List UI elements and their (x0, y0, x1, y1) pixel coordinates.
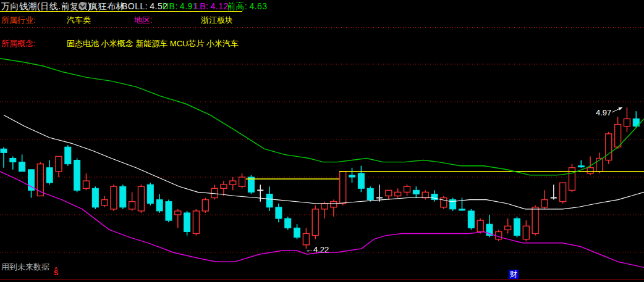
candle (321, 202, 328, 218)
candle-body (120, 186, 126, 207)
title-underline (0, 11, 242, 12)
candle-body (156, 200, 163, 211)
candle (129, 192, 135, 211)
candle (221, 181, 227, 196)
candle (156, 194, 163, 213)
candle-body (202, 200, 208, 211)
candle (312, 205, 318, 239)
candle (450, 198, 456, 211)
candle-body (276, 207, 282, 218)
candle (340, 172, 346, 205)
candle (166, 200, 172, 223)
candle (441, 196, 447, 209)
candle (56, 156, 62, 177)
industry-value[interactable]: 汽车类 (67, 15, 91, 26)
region-value[interactable]: 浙江板块 (201, 15, 233, 26)
candle-body (175, 211, 181, 215)
candle-body (65, 147, 71, 164)
finance-tab-badge[interactable]: 财 (509, 270, 519, 279)
candle (28, 170, 34, 198)
candle (358, 166, 364, 193)
candle-body (239, 177, 245, 186)
candle (395, 188, 401, 197)
candle-body (413, 190, 419, 194)
candle (1, 147, 7, 168)
candle (532, 205, 538, 236)
price-annotation: 4.97 (596, 108, 611, 117)
candle (578, 160, 584, 168)
candle (276, 204, 282, 223)
candle (615, 117, 621, 149)
candle-body (138, 186, 144, 211)
candle (46, 160, 53, 185)
candle (294, 224, 300, 239)
sell-signal-marker: ^S (54, 267, 58, 275)
candle-body (358, 173, 364, 188)
dotted-separator (0, 27, 644, 28)
candle-body (147, 185, 153, 204)
candle-body (395, 192, 401, 196)
candle-body (532, 207, 538, 234)
candle (111, 185, 117, 211)
candle (230, 177, 236, 190)
candle (202, 198, 208, 213)
candle-body (523, 226, 529, 239)
candle (505, 218, 511, 233)
candle-body (514, 218, 520, 235)
candle-body (541, 200, 548, 207)
candle-body (28, 170, 34, 191)
candle (65, 145, 71, 166)
candle (184, 211, 190, 236)
candle-body (615, 125, 621, 147)
candle-body (340, 172, 346, 204)
candle-body (367, 188, 373, 199)
candle-body (184, 213, 190, 232)
candle (523, 220, 529, 241)
candle-body (303, 234, 309, 245)
lb-value: LB:4.12 (195, 1, 229, 11)
candle (496, 230, 502, 241)
candle (376, 185, 383, 201)
candle (92, 186, 98, 209)
candle (477, 218, 483, 233)
candle-body (193, 211, 199, 234)
candle-body (101, 200, 108, 205)
candle-body (211, 188, 218, 197)
candle (74, 159, 80, 193)
candle (331, 200, 337, 217)
candle-body (19, 162, 25, 172)
candle (248, 175, 254, 194)
candle-body (10, 159, 16, 162)
candle-body (111, 186, 117, 209)
candle-body (294, 228, 300, 237)
candle-body (624, 118, 630, 126)
chevron-down-circle-icon[interactable] (78, 2, 87, 10)
candle-body (230, 181, 236, 185)
candle-body (560, 183, 566, 202)
candle (19, 154, 25, 171)
candle (349, 168, 355, 183)
candle-body (83, 181, 89, 188)
candle (422, 190, 428, 199)
candle (193, 209, 199, 236)
candle (404, 185, 410, 196)
stock-app-window: 4.97←4.22 万向钱潮(日线.前复权) 疯狂布林 BOLL:4.52 UB… (0, 0, 644, 282)
concept-value[interactable]: 固态电池 小米概念 新能源车 MCU芯片 小米汽车 (67, 38, 239, 49)
candle (257, 185, 263, 201)
candle-body (578, 166, 584, 167)
candle-body (312, 209, 318, 236)
candle (431, 190, 438, 201)
candle (239, 173, 245, 188)
future-data-warning: 用到未来数据 (1, 262, 49, 273)
candle (606, 132, 612, 164)
candle-body (129, 202, 135, 209)
candle-body (505, 226, 511, 230)
candle (560, 183, 566, 204)
candle-body (56, 156, 62, 171)
candle-body (386, 190, 392, 196)
industry-label: 所属行业: (1, 15, 36, 26)
bottom-border-line (0, 280, 644, 280)
candle-body (285, 218, 291, 228)
candle-body (1, 149, 7, 152)
candle (624, 107, 630, 132)
